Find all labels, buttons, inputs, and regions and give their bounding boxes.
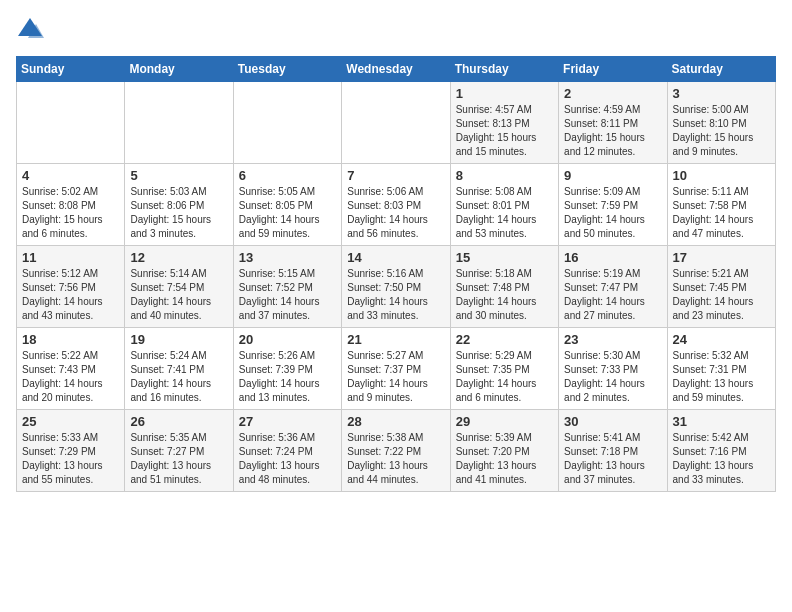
day-info: Sunrise: 5:05 AM Sunset: 8:05 PM Dayligh…	[239, 185, 336, 241]
day-number: 14	[347, 250, 444, 265]
day-number: 6	[239, 168, 336, 183]
weekday-header-monday: Monday	[125, 57, 233, 82]
calendar-cell: 12Sunrise: 5:14 AM Sunset: 7:54 PM Dayli…	[125, 246, 233, 328]
day-info: Sunrise: 5:33 AM Sunset: 7:29 PM Dayligh…	[22, 431, 119, 487]
calendar-cell: 6Sunrise: 5:05 AM Sunset: 8:05 PM Daylig…	[233, 164, 341, 246]
day-number: 21	[347, 332, 444, 347]
day-number: 23	[564, 332, 661, 347]
day-info: Sunrise: 5:24 AM Sunset: 7:41 PM Dayligh…	[130, 349, 227, 405]
day-info: Sunrise: 5:00 AM Sunset: 8:10 PM Dayligh…	[673, 103, 770, 159]
day-number: 30	[564, 414, 661, 429]
day-number: 12	[130, 250, 227, 265]
day-number: 27	[239, 414, 336, 429]
calendar-cell: 25Sunrise: 5:33 AM Sunset: 7:29 PM Dayli…	[17, 410, 125, 492]
day-info: Sunrise: 4:57 AM Sunset: 8:13 PM Dayligh…	[456, 103, 553, 159]
day-number: 9	[564, 168, 661, 183]
weekday-header-thursday: Thursday	[450, 57, 558, 82]
day-info: Sunrise: 5:11 AM Sunset: 7:58 PM Dayligh…	[673, 185, 770, 241]
day-info: Sunrise: 5:16 AM Sunset: 7:50 PM Dayligh…	[347, 267, 444, 323]
calendar-cell	[233, 82, 341, 164]
calendar-cell: 24Sunrise: 5:32 AM Sunset: 7:31 PM Dayli…	[667, 328, 775, 410]
calendar-cell: 14Sunrise: 5:16 AM Sunset: 7:50 PM Dayli…	[342, 246, 450, 328]
day-info: Sunrise: 5:42 AM Sunset: 7:16 PM Dayligh…	[673, 431, 770, 487]
calendar-cell: 5Sunrise: 5:03 AM Sunset: 8:06 PM Daylig…	[125, 164, 233, 246]
calendar-cell: 22Sunrise: 5:29 AM Sunset: 7:35 PM Dayli…	[450, 328, 558, 410]
day-info: Sunrise: 5:35 AM Sunset: 7:27 PM Dayligh…	[130, 431, 227, 487]
calendar-cell: 4Sunrise: 5:02 AM Sunset: 8:08 PM Daylig…	[17, 164, 125, 246]
calendar-cell: 19Sunrise: 5:24 AM Sunset: 7:41 PM Dayli…	[125, 328, 233, 410]
day-info: Sunrise: 5:03 AM Sunset: 8:06 PM Dayligh…	[130, 185, 227, 241]
day-info: Sunrise: 5:30 AM Sunset: 7:33 PM Dayligh…	[564, 349, 661, 405]
day-info: Sunrise: 5:32 AM Sunset: 7:31 PM Dayligh…	[673, 349, 770, 405]
weekday-header-tuesday: Tuesday	[233, 57, 341, 82]
calendar-cell: 23Sunrise: 5:30 AM Sunset: 7:33 PM Dayli…	[559, 328, 667, 410]
calendar-week-2: 4Sunrise: 5:02 AM Sunset: 8:08 PM Daylig…	[17, 164, 776, 246]
calendar-cell: 15Sunrise: 5:18 AM Sunset: 7:48 PM Dayli…	[450, 246, 558, 328]
calendar-cell: 31Sunrise: 5:42 AM Sunset: 7:16 PM Dayli…	[667, 410, 775, 492]
day-info: Sunrise: 5:36 AM Sunset: 7:24 PM Dayligh…	[239, 431, 336, 487]
day-number: 26	[130, 414, 227, 429]
day-number: 17	[673, 250, 770, 265]
day-info: Sunrise: 5:26 AM Sunset: 7:39 PM Dayligh…	[239, 349, 336, 405]
calendar-cell: 9Sunrise: 5:09 AM Sunset: 7:59 PM Daylig…	[559, 164, 667, 246]
day-info: Sunrise: 5:02 AM Sunset: 8:08 PM Dayligh…	[22, 185, 119, 241]
day-number: 15	[456, 250, 553, 265]
day-number: 16	[564, 250, 661, 265]
calendar-cell: 8Sunrise: 5:08 AM Sunset: 8:01 PM Daylig…	[450, 164, 558, 246]
calendar-cell: 17Sunrise: 5:21 AM Sunset: 7:45 PM Dayli…	[667, 246, 775, 328]
calendar-cell: 27Sunrise: 5:36 AM Sunset: 7:24 PM Dayli…	[233, 410, 341, 492]
day-info: Sunrise: 5:09 AM Sunset: 7:59 PM Dayligh…	[564, 185, 661, 241]
day-number: 3	[673, 86, 770, 101]
day-info: Sunrise: 5:21 AM Sunset: 7:45 PM Dayligh…	[673, 267, 770, 323]
day-number: 13	[239, 250, 336, 265]
weekday-header-friday: Friday	[559, 57, 667, 82]
calendar-cell: 26Sunrise: 5:35 AM Sunset: 7:27 PM Dayli…	[125, 410, 233, 492]
page-header	[16, 16, 776, 44]
calendar-week-1: 1Sunrise: 4:57 AM Sunset: 8:13 PM Daylig…	[17, 82, 776, 164]
day-number: 19	[130, 332, 227, 347]
day-number: 10	[673, 168, 770, 183]
weekday-header-saturday: Saturday	[667, 57, 775, 82]
calendar-cell: 18Sunrise: 5:22 AM Sunset: 7:43 PM Dayli…	[17, 328, 125, 410]
calendar-cell: 30Sunrise: 5:41 AM Sunset: 7:18 PM Dayli…	[559, 410, 667, 492]
day-info: Sunrise: 5:38 AM Sunset: 7:22 PM Dayligh…	[347, 431, 444, 487]
calendar-cell: 7Sunrise: 5:06 AM Sunset: 8:03 PM Daylig…	[342, 164, 450, 246]
weekday-header-sunday: Sunday	[17, 57, 125, 82]
day-number: 7	[347, 168, 444, 183]
calendar-cell	[17, 82, 125, 164]
calendar-cell: 13Sunrise: 5:15 AM Sunset: 7:52 PM Dayli…	[233, 246, 341, 328]
day-info: Sunrise: 5:19 AM Sunset: 7:47 PM Dayligh…	[564, 267, 661, 323]
calendar-cell: 3Sunrise: 5:00 AM Sunset: 8:10 PM Daylig…	[667, 82, 775, 164]
calendar-cell: 10Sunrise: 5:11 AM Sunset: 7:58 PM Dayli…	[667, 164, 775, 246]
calendar-cell: 2Sunrise: 4:59 AM Sunset: 8:11 PM Daylig…	[559, 82, 667, 164]
day-number: 11	[22, 250, 119, 265]
calendar-week-4: 18Sunrise: 5:22 AM Sunset: 7:43 PM Dayli…	[17, 328, 776, 410]
logo	[16, 16, 48, 44]
day-number: 29	[456, 414, 553, 429]
calendar-cell: 29Sunrise: 5:39 AM Sunset: 7:20 PM Dayli…	[450, 410, 558, 492]
day-number: 22	[456, 332, 553, 347]
day-number: 4	[22, 168, 119, 183]
day-info: Sunrise: 5:14 AM Sunset: 7:54 PM Dayligh…	[130, 267, 227, 323]
calendar-cell: 21Sunrise: 5:27 AM Sunset: 7:37 PM Dayli…	[342, 328, 450, 410]
day-number: 24	[673, 332, 770, 347]
calendar-cell: 20Sunrise: 5:26 AM Sunset: 7:39 PM Dayli…	[233, 328, 341, 410]
day-info: Sunrise: 5:18 AM Sunset: 7:48 PM Dayligh…	[456, 267, 553, 323]
day-info: Sunrise: 5:12 AM Sunset: 7:56 PM Dayligh…	[22, 267, 119, 323]
day-number: 1	[456, 86, 553, 101]
calendar-week-5: 25Sunrise: 5:33 AM Sunset: 7:29 PM Dayli…	[17, 410, 776, 492]
day-number: 8	[456, 168, 553, 183]
calendar-cell: 28Sunrise: 5:38 AM Sunset: 7:22 PM Dayli…	[342, 410, 450, 492]
day-number: 28	[347, 414, 444, 429]
logo-icon	[16, 16, 44, 44]
day-number: 5	[130, 168, 227, 183]
calendar-week-3: 11Sunrise: 5:12 AM Sunset: 7:56 PM Dayli…	[17, 246, 776, 328]
calendar-cell: 1Sunrise: 4:57 AM Sunset: 8:13 PM Daylig…	[450, 82, 558, 164]
calendar-cell	[125, 82, 233, 164]
day-number: 2	[564, 86, 661, 101]
calendar-table: SundayMondayTuesdayWednesdayThursdayFrid…	[16, 56, 776, 492]
weekday-header-wednesday: Wednesday	[342, 57, 450, 82]
day-number: 25	[22, 414, 119, 429]
day-info: Sunrise: 5:22 AM Sunset: 7:43 PM Dayligh…	[22, 349, 119, 405]
calendar-cell: 16Sunrise: 5:19 AM Sunset: 7:47 PM Dayli…	[559, 246, 667, 328]
